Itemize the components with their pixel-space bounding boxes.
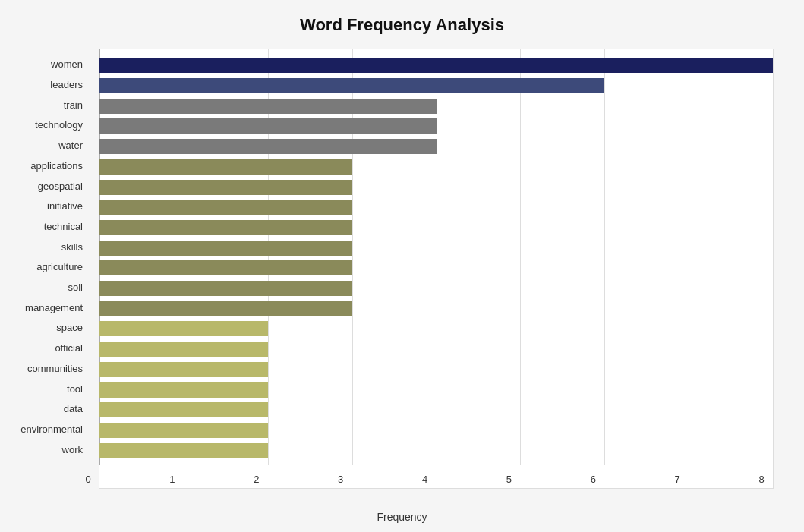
bar [99, 180, 352, 195]
bar [99, 321, 268, 336]
y-axis-label: data [0, 401, 89, 417]
bars-wrapper [99, 49, 773, 465]
bar [99, 220, 352, 235]
bar-row [99, 139, 773, 154]
bar-row [99, 159, 773, 175]
y-axis-label: women [0, 57, 89, 72]
bar [99, 159, 352, 175]
y-axis-label: leaders [0, 77, 89, 93]
bar-row [99, 260, 773, 275]
x-axis-labels: 012345678 [99, 465, 773, 488]
y-axis-label: agriculture [0, 260, 89, 275]
bar [99, 382, 268, 398]
bar-row [99, 220, 773, 235]
bar-row [99, 402, 773, 417]
grid-line [773, 49, 774, 465]
y-axis-label: official [0, 341, 89, 356]
bar [99, 99, 437, 114]
x-axis-label: 2 [245, 474, 268, 485]
y-axis-label: train [0, 98, 89, 113]
y-axis-label: communities [0, 361, 89, 376]
bar [99, 423, 268, 438]
bar-row [99, 99, 773, 114]
bar-row [99, 301, 773, 316]
bar-row [99, 241, 773, 256]
bar [99, 281, 352, 296]
bar-row [99, 281, 773, 296]
bar [99, 78, 604, 93]
y-axis-label: skills [0, 240, 89, 255]
x-axis-label: 8 [750, 474, 773, 485]
bar-row [99, 180, 773, 195]
bar [99, 241, 352, 256]
y-axis-label: work [0, 442, 89, 458]
bar [99, 443, 268, 458]
y-axis-label: space [0, 320, 89, 335]
y-axis-label: tool [0, 382, 89, 397]
bar-row [99, 58, 773, 73]
chart-container: Word Frequency Analysis 012345678 womenl… [0, 0, 804, 532]
y-axis-label: management [0, 301, 89, 316]
x-axis-label: 5 [497, 474, 520, 485]
x-axis-label: 7 [666, 474, 689, 485]
bar [99, 260, 352, 275]
bar [99, 139, 437, 154]
y-axis-label: technical [0, 219, 89, 235]
x-axis-label: 6 [582, 474, 604, 485]
bar-row [99, 443, 773, 458]
x-axis-title: Frequency [30, 511, 774, 523]
bar-row [99, 118, 773, 134]
y-axis-label: water [0, 138, 89, 153]
bar-row [99, 342, 773, 357]
bar [99, 402, 268, 417]
x-axis-label: 0 [77, 474, 99, 485]
bar-row [99, 423, 773, 438]
bar [99, 200, 352, 215]
y-axis-label: initiative [0, 199, 89, 214]
bar [99, 58, 773, 73]
x-axis-label: 1 [161, 474, 184, 485]
y-axis-label: technology [0, 118, 89, 133]
y-axis: womenleaderstraintechnologywaterapplicat… [0, 49, 95, 466]
chart-title: Word Frequency Analysis [30, 15, 774, 35]
bar [99, 118, 437, 134]
bar-row [99, 382, 773, 398]
bar [99, 362, 268, 377]
y-axis-label: applications [0, 159, 89, 174]
bar [99, 301, 352, 316]
bar-row [99, 200, 773, 215]
y-axis-label: soil [0, 280, 89, 295]
chart-area: 012345678 [99, 49, 774, 489]
bar-row [99, 321, 773, 336]
x-axis-label: 4 [414, 474, 437, 485]
y-axis-label: environmental [0, 422, 89, 437]
x-axis-label: 3 [329, 474, 352, 485]
bar-row [99, 362, 773, 377]
bar [99, 342, 268, 357]
bar-row [99, 78, 773, 93]
y-axis-label: geospatial [0, 179, 89, 194]
